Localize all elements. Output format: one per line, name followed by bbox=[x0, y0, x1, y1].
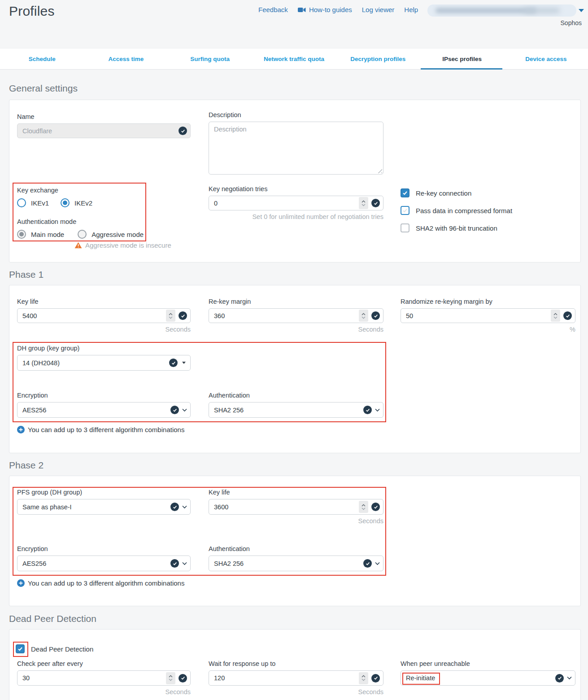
add-plus-icon[interactable] bbox=[17, 579, 25, 587]
number-stepper[interactable] bbox=[166, 672, 175, 684]
tab-access-time[interactable]: Access time bbox=[84, 48, 168, 69]
negotiation-input[interactable] bbox=[214, 200, 356, 207]
dpd-unreachable-select[interactable]: Re-initiate bbox=[401, 670, 575, 686]
negotiation-help-text: Set 0 for unlimited number of negotiatio… bbox=[209, 213, 383, 220]
name-field-group: Name bbox=[17, 113, 191, 138]
number-stepper[interactable] bbox=[359, 197, 368, 209]
chevron-down-icon[interactable] bbox=[182, 505, 187, 509]
dpd-wait-unit: Seconds bbox=[209, 688, 383, 696]
device-selector-caret-icon[interactable] bbox=[579, 9, 584, 12]
tab-ipsec-profiles[interactable]: IPsec profiles bbox=[420, 48, 504, 69]
valid-check-icon bbox=[555, 674, 564, 682]
radio-aggressive-mode[interactable]: Aggressive mode bbox=[78, 230, 144, 239]
p1-rekey-margin-input[interactable] bbox=[214, 312, 356, 319]
dpd-heading: Dead Peer Detection bbox=[9, 613, 96, 624]
chevron-down-icon[interactable] bbox=[375, 562, 380, 565]
p2-pfs-group: PFS group (DH group) Same as phase-I bbox=[17, 489, 191, 515]
description-textarea[interactable] bbox=[209, 122, 383, 175]
p2-authentication-label: Authentication bbox=[209, 545, 383, 552]
tab-schedule[interactable]: Schedule bbox=[0, 48, 84, 69]
sha2-truncation-row[interactable]: SHA2 with 96-bit truncation bbox=[401, 223, 497, 232]
dpd-enable-row[interactable]: Dead Peer Detection bbox=[16, 644, 93, 653]
p1-dh-select[interactable]: 14 (DH2048) bbox=[17, 355, 191, 371]
valid-check-icon bbox=[170, 559, 179, 568]
negotiation-field-group: Key negotiation tries Set 0 for unlimite… bbox=[209, 185, 383, 220]
warning-text: Aggressive mode is insecure bbox=[85, 241, 171, 249]
dpd-wait-input[interactable] bbox=[214, 674, 356, 682]
dpd-unreachable-label: When peer unreachable bbox=[401, 660, 575, 667]
sha2-label: SHA2 with 96-bit truncation bbox=[416, 224, 497, 232]
p2-key-life-box bbox=[209, 499, 383, 515]
rekey-connection-row[interactable]: Re-key connection bbox=[401, 188, 471, 197]
log-viewer-link[interactable]: Log viewer bbox=[362, 6, 395, 13]
ikev1-radio-icon[interactable] bbox=[17, 198, 26, 207]
p2-key-life-label: Key life bbox=[209, 489, 383, 496]
dpd-check-peer-group: Check peer after every Seconds bbox=[17, 660, 191, 696]
radio-main-mode[interactable]: Main mode bbox=[17, 230, 64, 239]
chevron-down-icon[interactable] bbox=[567, 676, 572, 680]
dpd-check-peer-input[interactable] bbox=[22, 674, 163, 682]
p2-key-life-unit: Seconds bbox=[209, 517, 383, 525]
radio-ikev1[interactable]: IKEv1 bbox=[17, 198, 49, 207]
name-input-box bbox=[17, 123, 191, 138]
radio-ikev2[interactable]: IKEv2 bbox=[61, 198, 92, 207]
dpd-unreachable-value: Re-initiate bbox=[406, 674, 552, 682]
p1-key-life-input[interactable] bbox=[22, 312, 163, 319]
tab-device-access[interactable]: Device access bbox=[504, 48, 588, 69]
p1-encryption-group: Encryption AES256 bbox=[17, 392, 191, 418]
dpd-check-peer-label: Check peer after every bbox=[17, 660, 191, 667]
p1-dh-group: DH group (key group) 14 (DH2048) bbox=[17, 345, 191, 371]
p2-pfs-value: Same as phase-I bbox=[22, 503, 167, 511]
description-label: Description bbox=[209, 111, 383, 118]
chevron-down-icon[interactable] bbox=[375, 408, 380, 412]
number-stepper[interactable] bbox=[166, 310, 175, 322]
tab-surfing-quota[interactable]: Surfing quota bbox=[168, 48, 252, 69]
p2-encryption-select[interactable]: AES256 bbox=[17, 556, 191, 571]
p1-randomize-input[interactable] bbox=[406, 312, 548, 319]
p1-authentication-select[interactable]: SHA2 256 bbox=[209, 402, 383, 418]
negotiation-input-box bbox=[209, 196, 383, 210]
chevron-down-icon[interactable] bbox=[182, 562, 187, 565]
tab-network-traffic-quota[interactable]: Network traffic quota bbox=[252, 48, 336, 69]
auth-mode-label: Authentication mode bbox=[17, 218, 76, 225]
negotiation-label: Key negotiation tries bbox=[209, 185, 383, 192]
p1-add-note: You can add up to 3 different algorithm … bbox=[17, 426, 184, 433]
p1-encryption-select[interactable]: AES256 bbox=[17, 402, 191, 418]
dropdown-caret-icon[interactable] bbox=[182, 362, 186, 364]
help-link[interactable]: Help bbox=[404, 6, 418, 13]
p2-pfs-select[interactable]: Same as phase-I bbox=[17, 499, 191, 515]
aggressive-mode-label: Aggressive mode bbox=[91, 231, 144, 238]
main-mode-radio-icon[interactable] bbox=[17, 230, 26, 239]
number-stepper[interactable] bbox=[551, 310, 560, 322]
number-stepper[interactable] bbox=[359, 501, 368, 513]
valid-check-icon bbox=[179, 674, 187, 682]
aggressive-mode-radio-icon[interactable] bbox=[78, 230, 87, 239]
dpd-checkbox[interactable] bbox=[16, 644, 25, 653]
device-selector[interactable] bbox=[427, 4, 576, 17]
p2-key-life-input[interactable] bbox=[214, 503, 356, 511]
sha2-checkbox[interactable] bbox=[401, 223, 409, 232]
rekey-label: Re-key connection bbox=[416, 189, 471, 197]
chevron-down-icon[interactable] bbox=[182, 408, 187, 412]
rekey-checkbox[interactable] bbox=[401, 188, 409, 197]
ikev2-label: IKEv2 bbox=[74, 199, 92, 207]
number-stepper[interactable] bbox=[359, 310, 368, 322]
feedback-link[interactable]: Feedback bbox=[258, 6, 288, 13]
p1-key-life-label: Key life bbox=[17, 298, 191, 305]
p2-authentication-group: Authentication SHA2 256 bbox=[209, 545, 383, 571]
add-plus-icon[interactable] bbox=[17, 426, 25, 433]
p2-add-note: You can add up to 3 different algorithm … bbox=[17, 579, 184, 587]
valid-check-icon bbox=[363, 406, 372, 414]
p2-authentication-select[interactable]: SHA2 256 bbox=[209, 556, 383, 571]
valid-check-icon bbox=[170, 503, 179, 511]
howto-guides-link[interactable]: How-to guides bbox=[298, 6, 352, 13]
compress-row[interactable]: Pass data in compressed format bbox=[401, 206, 512, 215]
compress-checkbox[interactable] bbox=[401, 206, 409, 215]
main-mode-label: Main mode bbox=[31, 231, 64, 238]
page-title: Profiles bbox=[9, 4, 55, 19]
howto-guides-label: How-to guides bbox=[309, 6, 352, 13]
log-viewer-label: Log viewer bbox=[362, 6, 395, 13]
number-stepper[interactable] bbox=[359, 672, 368, 684]
ikev2-radio-icon[interactable] bbox=[61, 198, 70, 207]
tab-decryption-profiles[interactable]: Decryption profiles bbox=[336, 48, 420, 69]
